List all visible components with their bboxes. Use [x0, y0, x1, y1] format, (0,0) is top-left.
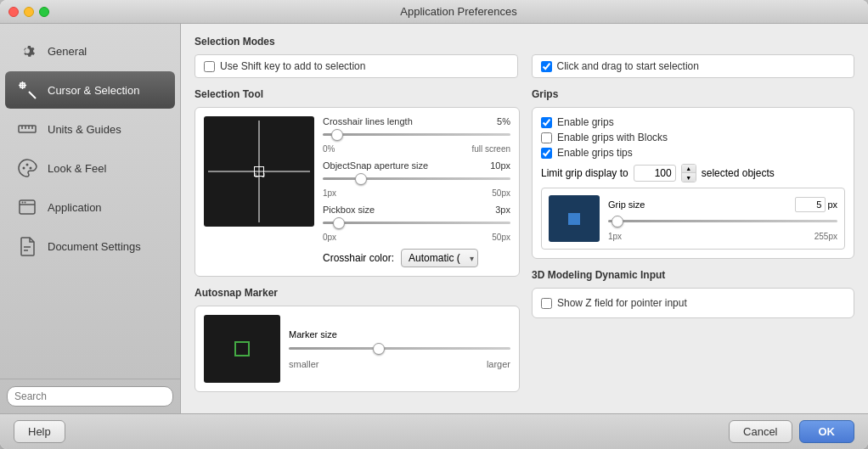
crosshair-length-header: Crosshair lines length 5%	[323, 116, 510, 126]
marker-size-max: larger	[487, 359, 510, 369]
close-button[interactable]	[8, 7, 19, 17]
objectsnap-min: 1px	[323, 188, 336, 198]
enable-grips-blocks-checkbox[interactable]	[541, 132, 552, 143]
crosshair-preview: L J	[204, 116, 314, 227]
sidebar-label-application: Application	[48, 201, 102, 214]
grip-limit-down[interactable]: ▼	[682, 173, 696, 182]
sidebar-item-document[interactable]: Document Settings	[5, 227, 175, 265]
cancel-button[interactable]: Cancel	[729, 420, 792, 443]
document-icon	[15, 234, 39, 258]
selection-tool-panel: L J	[194, 107, 520, 277]
ok-button[interactable]: OK	[799, 420, 855, 443]
crosshair-length-slider[interactable]	[323, 128, 510, 140]
objectsnap-slider[interactable]	[323, 172, 510, 184]
window-title: Application Preferences	[58, 5, 860, 18]
pickbox-group: Pickbox size 3px 0px 50px	[323, 205, 510, 242]
click-drag-checkbox[interactable]	[541, 61, 552, 72]
enable-grips-tips-label: Enable grips tips	[557, 147, 633, 159]
svg-point-15	[25, 202, 26, 204]
main-content: General Cursor & Selection	[0, 24, 868, 413]
sidebar-label-look: Look & Feel	[48, 162, 106, 175]
sidebar-item-application[interactable]: Application	[5, 188, 175, 226]
autosnap-section: Autosnap Marker Marker size	[194, 287, 520, 392]
autosnap-preview	[204, 315, 280, 383]
ruler-icon	[15, 117, 39, 141]
selection-modes-section: Selection Modes Use Shift key to add to …	[194, 36, 854, 78]
crosshair-color-label: Crosshair color:	[323, 252, 394, 264]
grip-size-range: 1px 255px	[608, 232, 837, 241]
right-panel: Selection Modes Use Shift key to add to …	[181, 24, 868, 413]
right-buttons: Cancel OK	[729, 420, 854, 443]
sidebar-item-general[interactable]: General	[5, 32, 175, 70]
grip-limit-up[interactable]: ▲	[682, 165, 696, 173]
panels-row: Selection Tool	[194, 88, 854, 402]
grip-size-label: Grip size	[608, 199, 645, 210]
marker-size-min: smaller	[289, 359, 318, 369]
objectsnap-group: ObjectSnap aperture size 10px 1px 50px	[323, 160, 510, 198]
grip-size-min: 1px	[608, 232, 622, 241]
grip-size-box: Grip size px 1px	[541, 188, 845, 250]
traffic-lights	[8, 7, 49, 17]
gear-icon	[15, 39, 39, 63]
sidebar-label-document: Document Settings	[48, 240, 141, 253]
crosshair-length-label: Crosshair lines length	[323, 116, 413, 126]
help-button[interactable]: Help	[14, 420, 65, 443]
grip-size-controls: Grip size px 1px	[608, 197, 837, 241]
grip-limit-input[interactable]	[634, 165, 676, 182]
crosshair-length-range: 0% full screen	[323, 144, 510, 154]
svg-line-3	[29, 92, 36, 98]
enable-grips-blocks-label: Enable grips with Blocks	[557, 132, 668, 143]
show-z-checkbox[interactable]	[541, 298, 552, 309]
cursor-icon	[15, 78, 39, 102]
crosshair-length-max: full screen	[471, 144, 510, 154]
sidebar-nav: General Cursor & Selection	[0, 24, 180, 379]
minimize-button[interactable]	[24, 7, 34, 17]
click-drag-label: Click and drag to start selection	[557, 60, 699, 72]
sidebar-item-look[interactable]: Look & Feel	[5, 149, 175, 187]
app-window: Application Preferences General	[0, 0, 868, 449]
autosnap-marker-square	[234, 341, 250, 356]
sidebar-item-units[interactable]: Units & Guides	[5, 110, 175, 148]
grip-blue-square	[568, 213, 580, 225]
grip-size-field[interactable]	[795, 197, 826, 212]
pickbox-header: Pickbox size 3px	[323, 205, 510, 215]
crosshair-length-value: 5%	[497, 116, 510, 126]
grips-title: Grips	[532, 88, 854, 100]
click-drag-row: Click and drag to start selection	[532, 54, 855, 78]
marker-size-slider[interactable]	[289, 343, 510, 355]
pickbox-slider[interactable]	[323, 216, 510, 228]
pickbox-label: Pickbox size	[323, 205, 375, 215]
selection-modes-title: Selection Modes	[194, 36, 854, 48]
sidebar-label-cursor: Cursor & Selection	[48, 84, 139, 97]
sidebar-item-cursor[interactable]: Cursor & Selection	[5, 71, 175, 109]
bottom-bar: Help Cancel OK	[0, 413, 868, 449]
objectsnap-label: ObjectSnap aperture size	[323, 160, 428, 171]
sidebar-label-general: General	[48, 45, 87, 58]
grip-limit-row: Limit grip display to ▲ ▼ selected objec…	[541, 164, 845, 182]
crosshair-color-wrapper: Automatic ( White Black Red	[401, 249, 478, 267]
autosnap-inner: Marker size smaller larger	[204, 315, 510, 383]
grip-size-slider[interactable]	[608, 216, 837, 227]
use-shift-row: Use Shift key to add to selection	[194, 54, 518, 78]
modeling-panel: Show Z field for pointer input	[532, 288, 854, 318]
sidebar: General Cursor & Selection	[0, 24, 181, 413]
sidebar-label-units: Units & Guides	[48, 123, 121, 136]
crosshair-color-row: Crosshair color: Automatic ( White Black…	[323, 249, 510, 267]
search-input[interactable]	[7, 386, 173, 407]
paint-icon	[15, 156, 39, 180]
autosnap-title: Autosnap Marker	[194, 287, 520, 299]
grip-size-max: 255px	[814, 232, 837, 241]
autosnap-panel: Marker size smaller larger	[194, 306, 520, 392]
use-shift-checkbox[interactable]	[204, 61, 215, 72]
crosshair-center: L J	[254, 166, 264, 177]
crosshair-color-select[interactable]: Automatic ( White Black Red	[401, 249, 478, 267]
modeling-title: 3D Modeling Dynamic Input	[532, 269, 854, 281]
maximize-button[interactable]	[39, 7, 49, 17]
svg-point-10	[26, 164, 29, 166]
pickbox-min: 0px	[323, 233, 336, 242]
enable-grips-tips-checkbox[interactable]	[541, 148, 552, 159]
selection-controls: Crosshair lines length 5% 0% full screen	[323, 116, 510, 267]
svg-rect-4	[19, 126, 36, 132]
grip-size-unit: px	[827, 199, 837, 210]
enable-grips-checkbox[interactable]	[541, 117, 552, 128]
